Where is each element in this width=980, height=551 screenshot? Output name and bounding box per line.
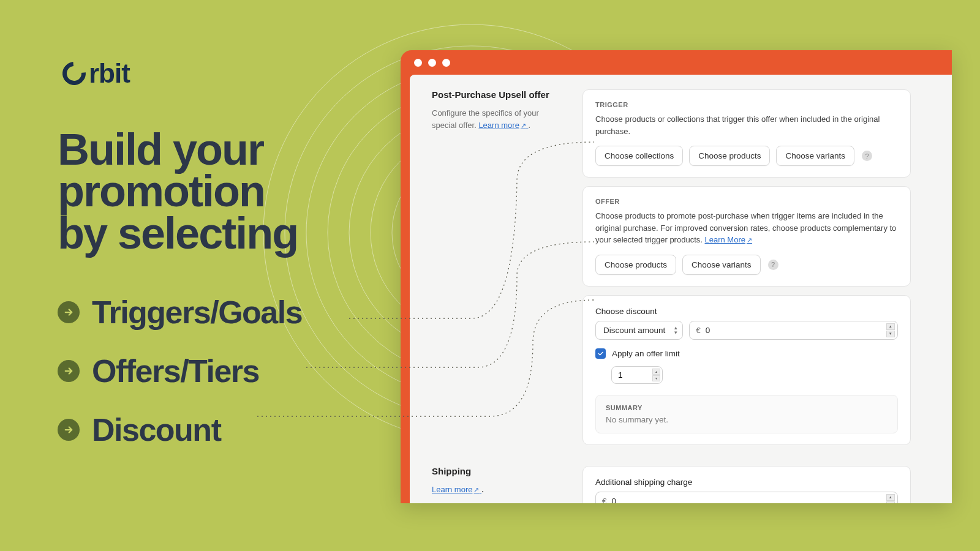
traffic-close-icon[interactable] <box>414 59 422 67</box>
choose-variants-button[interactable]: Choose variants <box>776 146 854 166</box>
trigger-desc: Choose products or collections that trig… <box>595 113 898 137</box>
stepper-icon[interactable]: ▴▾ <box>886 494 895 504</box>
shipping-learn-link[interactable]: Learn more↗ <box>432 485 481 494</box>
arrow-icon <box>58 419 80 441</box>
shipping-charge-input[interactable]: € 0 ▴▾ <box>595 492 898 504</box>
app-body: Post-Purchase Upsell offer Configure the… <box>410 75 952 503</box>
offer-limit-checkbox[interactable] <box>595 348 606 359</box>
choose-products-button[interactable]: Choose products <box>689 146 770 166</box>
shipping-charge-label: Additional shipping charge <box>595 478 898 487</box>
app-window: Post-Purchase Upsell offer Configure the… <box>401 50 952 503</box>
shipping-title: Shipping <box>432 466 565 476</box>
bullet-triggers: Triggers/Goals <box>58 294 302 331</box>
discount-card: Choose discount Discount amount ▴▾ € 0 ▴… <box>582 295 911 445</box>
external-icon: ↗ <box>473 486 479 493</box>
upsell-learn-link[interactable]: Learn more↗ <box>478 121 528 130</box>
orbit-o-icon <box>58 57 91 90</box>
summary-box: SUMMARY No summary yet. <box>595 395 898 433</box>
offer-limit-input[interactable]: 1 ▴▾ <box>611 366 663 384</box>
external-icon: ↗ <box>521 122 526 129</box>
help-icon[interactable]: ? <box>862 151 872 161</box>
external-icon: ↗ <box>747 236 752 244</box>
traffic-max-icon[interactable] <box>442 59 450 67</box>
headline: Build your promotion by selecting <box>58 129 298 254</box>
offer-variants-button[interactable]: Choose variants <box>682 255 761 275</box>
traffic-min-icon[interactable] <box>428 59 436 67</box>
window-controls <box>414 59 450 67</box>
discount-type-select[interactable]: Discount amount ▴▾ <box>595 321 683 340</box>
summary-label: SUMMARY <box>606 404 888 411</box>
choose-collections-button[interactable]: Choose collections <box>595 146 683 166</box>
bullet-offers: Offers/Tiers <box>58 353 302 389</box>
trigger-label: TRIGGER <box>595 101 898 108</box>
offer-learn-link[interactable]: Learn More↗ <box>705 235 752 244</box>
arrow-icon <box>58 301 80 323</box>
offer-products-button[interactable]: Choose products <box>595 255 676 275</box>
summary-text: No summary yet. <box>606 415 888 424</box>
help-icon[interactable]: ? <box>768 260 778 270</box>
stepper-icon[interactable]: ▴▾ <box>652 369 660 381</box>
stepper-icon[interactable]: ▴▾ <box>886 323 895 337</box>
bullet-list: Triggers/Goals Offers/Tiers Discount <box>58 294 302 448</box>
shipping-card: Additional shipping charge € 0 ▴▾ <box>582 466 911 504</box>
upsell-title: Post-Purchase Upsell offer <box>432 89 565 100</box>
trigger-card: TRIGGER Choose products or collections t… <box>582 89 911 178</box>
shipping-sidebar: Shipping Learn more↗ . <box>432 466 565 504</box>
discount-label: Choose discount <box>595 307 898 316</box>
brand-text: rbit <box>89 58 130 89</box>
bullet-discount: Discount <box>58 411 302 448</box>
discount-amount-input[interactable]: € 0 ▴▾ <box>689 321 898 340</box>
offer-card: OFFER Choose products to promote post-pu… <box>582 186 911 287</box>
offer-limit-label: Apply an offer limit <box>612 349 680 358</box>
chevron-updown-icon: ▴▾ <box>674 325 677 335</box>
offer-desc: Choose products to promote post-purchase… <box>595 210 898 246</box>
arrow-icon <box>58 360 80 382</box>
brand-logo: rbit <box>62 58 130 89</box>
upsell-sidebar: Post-Purchase Upsell offer Configure the… <box>432 89 565 454</box>
offer-label: OFFER <box>595 198 898 205</box>
